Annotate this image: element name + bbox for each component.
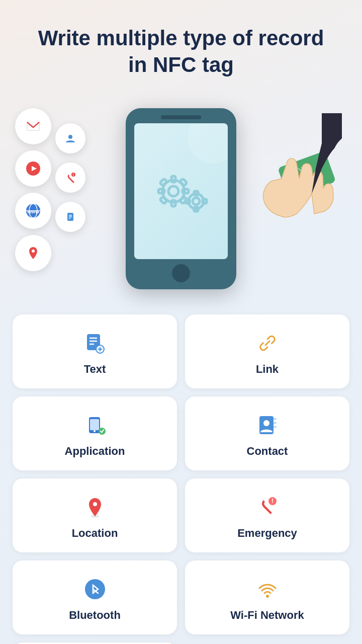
- bluetooth-icon: [81, 576, 109, 603]
- emergency-float-icon: !: [55, 163, 85, 193]
- location-float-icon: [15, 235, 51, 271]
- phone-home-button: [172, 264, 190, 282]
- text-label: Text: [84, 363, 106, 376]
- application-label: Application: [65, 445, 125, 458]
- wifi-icon: [254, 576, 281, 603]
- svg-point-49: [91, 515, 99, 518]
- contacts-float-icon: [55, 123, 85, 153]
- emergency-icon: !: [254, 494, 281, 521]
- svg-rect-41: [90, 419, 99, 430]
- link-card[interactable]: Link: [185, 314, 349, 388]
- svg-rect-48: [274, 426, 277, 428]
- emergency-card[interactable]: ! Emergency: [185, 478, 349, 552]
- location-label: Location: [72, 527, 118, 540]
- wifi-label: Wi-Fi Network: [230, 609, 304, 622]
- phone-screen: [134, 123, 228, 259]
- svg-point-8: [68, 135, 72, 139]
- hand-svg: )))): [241, 113, 342, 224]
- application-icon: [81, 412, 109, 439]
- page-title: Write multiple type of record in NFC tag: [30, 25, 332, 78]
- svg-point-53: [266, 595, 269, 598]
- phone-speaker: [161, 115, 201, 119]
- hand-nfc-illustration: )))): [241, 113, 342, 226]
- gmail-float-icon: [15, 108, 51, 144]
- link-label: Link: [256, 363, 279, 376]
- svg-rect-46: [274, 418, 277, 420]
- contact-icon: [254, 412, 281, 439]
- float-icons-inner: !: [55, 123, 85, 232]
- contact-card[interactable]: Contact: [185, 396, 349, 470]
- gear-illustration: [148, 166, 214, 216]
- notes-float-icon: [55, 202, 85, 232]
- bluetooth-label: Bluetooth: [69, 609, 121, 622]
- link-icon: [254, 330, 281, 357]
- application-card[interactable]: Application: [13, 396, 177, 470]
- youtube-float-icon: [15, 150, 51, 187]
- text-icon: [81, 330, 109, 357]
- svg-rect-47: [274, 422, 277, 424]
- header: Write multiple type of record in NFC tag: [0, 0, 362, 93]
- text-card[interactable]: Text: [13, 314, 177, 388]
- phone-illustration: [126, 108, 236, 289]
- svg-text:!: !: [272, 498, 274, 505]
- bluetooth-card[interactable]: Bluetooth: [13, 560, 177, 634]
- hero-section: www !: [0, 93, 362, 304]
- svg-point-42: [94, 430, 96, 432]
- svg-rect-9: [63, 171, 77, 185]
- wifi-card[interactable]: Wi-Fi Network: [185, 560, 349, 634]
- web-float-icon: www: [15, 193, 51, 229]
- svg-point-52: [85, 579, 105, 599]
- float-icons-left: www: [15, 108, 51, 271]
- location-icon: [81, 494, 109, 521]
- emergency-label: Emergency: [237, 527, 297, 540]
- svg-point-45: [263, 420, 269, 426]
- svg-point-18: [168, 186, 178, 196]
- feature-grid: Text Link Application Contact Location !…: [0, 309, 362, 644]
- svg-point-28: [193, 198, 200, 205]
- contact-label: Contact: [247, 445, 288, 458]
- location-card[interactable]: Location: [13, 478, 177, 552]
- svg-text:!: !: [73, 173, 74, 177]
